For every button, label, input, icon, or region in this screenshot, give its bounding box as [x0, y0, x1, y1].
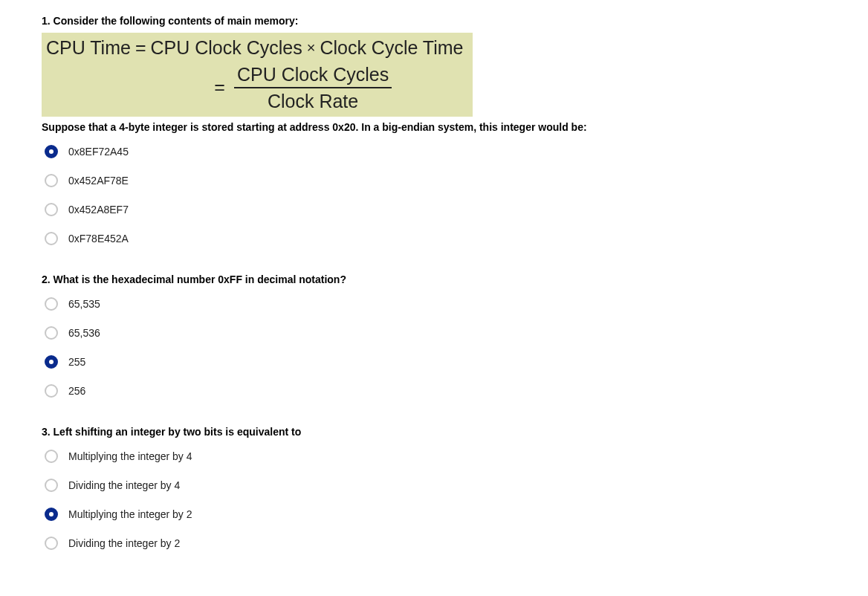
q3-option-0-label: Multiplying the integer by 4 — [68, 450, 192, 462]
question-1-options: 0x8EF72A45 0x452AF78E 0x452A8EF7 0xF78E4… — [42, 145, 868, 245]
q1-option-3[interactable]: 0xF78E452A — [45, 232, 868, 245]
radio-icon[interactable] — [45, 297, 58, 311]
q2-option-2-label: 255 — [68, 356, 85, 368]
q3-option-0[interactable]: Multiplying the integer by 4 — [45, 450, 868, 463]
q1-option-1-label: 0x452AF78E — [68, 175, 129, 187]
q1-option-3-label: 0xF78E452A — [68, 233, 129, 244]
radio-icon[interactable] — [45, 384, 58, 398]
question-1-text: Suppose that a 4-byte integer is stored … — [42, 121, 868, 133]
q1-option-1[interactable]: 0x452AF78E — [45, 174, 868, 187]
radio-icon[interactable] — [45, 203, 58, 216]
question-3-options: Multiplying the integer by 4 Dividing th… — [42, 450, 868, 550]
q1-option-0-label: 0x8EF72A45 — [68, 146, 129, 158]
q2-option-3[interactable]: 256 — [45, 384, 868, 398]
radio-icon[interactable] — [45, 326, 58, 340]
radio-icon[interactable] — [45, 355, 58, 369]
radio-icon[interactable] — [45, 450, 58, 463]
formula-numerator: CPU Clock Cycles — [234, 63, 392, 87]
question-3-title: 3. Left shifting an integer by two bits … — [42, 426, 868, 438]
q3-option-3-label: Dividing the integer by 2 — [68, 537, 180, 549]
formula-l1-rb: Clock Cycle Time — [320, 37, 463, 59]
q1-option-2[interactable]: 0x452A8EF7 — [45, 203, 868, 216]
q2-option-2[interactable]: 255 — [45, 355, 868, 369]
q2-option-1-label: 65,536 — [68, 327, 100, 339]
question-2-title: 2. What is the hexadecimal number 0xFF i… — [42, 273, 868, 285]
q3-option-1[interactable]: Dividing the integer by 4 — [45, 479, 868, 492]
formula-l1-left: CPU Time — [46, 37, 131, 59]
formula-l1-ra: CPU Clock Cycles — [151, 37, 302, 59]
formula-fraction: CPU Clock Cycles Clock Rate — [234, 63, 392, 112]
q1-option-2-label: 0x452A8EF7 — [68, 204, 129, 216]
question-2: 2. What is the hexadecimal number 0xFF i… — [42, 273, 868, 398]
radio-icon[interactable] — [45, 479, 58, 492]
question-2-options: 65,535 65,536 255 256 — [42, 297, 868, 398]
question-1: 1. Consider the following contents of ma… — [42, 15, 868, 245]
radio-icon[interactable] — [45, 145, 58, 158]
formula-line1: CPU Time = CPU Clock Cycles × Clock Cycl… — [46, 37, 464, 59]
formula-box: CPU Time = CPU Clock Cycles × Clock Cycl… — [42, 33, 473, 117]
q2-option-3-label: 256 — [68, 385, 85, 397]
q1-option-0[interactable]: 0x8EF72A45 — [45, 145, 868, 158]
radio-icon[interactable] — [45, 537, 58, 550]
q3-option-2-label: Multiplying the integer by 2 — [68, 508, 192, 520]
q3-option-3[interactable]: Dividing the integer by 2 — [45, 537, 868, 550]
q3-option-2[interactable]: Multiplying the integer by 2 — [45, 508, 868, 521]
q2-option-1[interactable]: 65,536 — [45, 326, 868, 340]
radio-icon[interactable] — [45, 232, 58, 245]
q3-option-1-label: Dividing the integer by 4 — [68, 479, 180, 491]
formula-l1-eq: = — [135, 37, 146, 59]
formula-l2-eq: = — [214, 77, 225, 98]
formula-line2: = CPU Clock Cycles Clock Rate — [46, 63, 464, 112]
question-1-title: 1. Consider the following contents of ma… — [42, 15, 868, 27]
radio-icon[interactable] — [45, 174, 58, 187]
q2-option-0[interactable]: 65,535 — [45, 297, 868, 311]
radio-icon[interactable] — [45, 508, 58, 521]
question-3: 3. Left shifting an integer by two bits … — [42, 426, 868, 550]
formula-l1-times: × — [307, 39, 316, 56]
q2-option-0-label: 65,535 — [68, 298, 100, 310]
formula-denominator: Clock Rate — [265, 88, 361, 112]
